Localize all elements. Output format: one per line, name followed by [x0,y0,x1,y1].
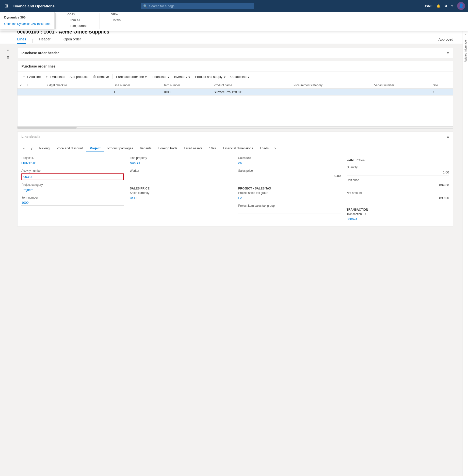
line-details-title: Line details [21,135,40,139]
unit-price-value[interactable]: 899.00 [347,183,449,188]
add-line-label: + Add line [27,75,41,79]
po-line-button[interactable]: Purchase order line ∨ [114,74,149,80]
bell-icon[interactable]: 🔔 [436,4,440,8]
col-variant-number: Variant number [372,82,431,89]
page-tab-header[interactable]: Header [39,37,50,44]
project-category-value[interactable]: ProjItem [21,187,124,193]
line-property-value[interactable]: NonBill [130,161,232,166]
trash-icon: 🗑 [93,75,96,79]
inventory-button[interactable]: Inventory ∨ [172,74,193,80]
sales-unit-field: Sales unit ea [238,156,341,166]
scrollbar-thumb[interactable] [17,127,77,129]
sales-currency-value[interactable]: USD [130,196,232,201]
from-journal-item[interactable]: From journal [67,23,87,28]
rd-section-view: VIEW Totals [111,13,122,29]
line-property-label: Line property [130,156,232,160]
page-tab-lines[interactable]: Lines [17,37,26,44]
ld-tab-foreign-trade[interactable]: Foreign trade [155,145,181,152]
help-icon[interactable]: ? [451,4,453,8]
add-line-button[interactable]: ＋ + Add line [20,73,43,80]
net-amount-field: Net amount 899.00 [347,191,449,201]
page-tab-sep-1: | [32,38,33,43]
sales-price-value[interactable]: 0.00 [238,173,341,179]
table-row[interactable]: 1 1000 Surface Pro 128 GB 1 [17,89,453,96]
more-button[interactable]: ··· [252,74,259,80]
page-tab-open-order[interactable]: Open order [64,37,81,44]
net-amount-value[interactable]: 899.00 [347,196,449,201]
ld-tab-y[interactable]: y [27,145,36,152]
cell-item-number: 1000 [161,89,212,96]
ld-tab-project[interactable]: Project [86,145,104,152]
item-number-value[interactable]: 1000 [21,200,124,206]
search-bar[interactable]: 🔍 [141,3,254,9]
ld-tab-variants[interactable]: Variants [137,145,155,152]
dynamics-task-pane-item[interactable]: Open the Dynamics 365 Task Pane [0,21,54,27]
item-number-label: Item number [21,196,124,199]
add-lines-button[interactable]: ＋ + Add lines [43,73,67,80]
line-details-chevron-up: ∧ [447,135,449,138]
financials-button[interactable]: Financials ∨ [150,74,172,80]
update-line-button[interactable]: Update line ∨ [228,74,252,80]
ld-tab-prev[interactable]: ＜ [21,145,27,152]
ld-tab-financial-dimensions[interactable]: Financial dimensions [220,145,257,152]
project-id-label: Project ID [21,156,124,160]
sales-currency-field: Sales currency USD [130,191,232,201]
ld-tab-picking[interactable]: Picking [36,145,53,152]
ld-tab-loads[interactable]: Loads [257,145,272,152]
ld-tab-price-discount[interactable]: Price and discount [53,145,86,152]
copy-section-title: COPY [67,13,87,16]
line-details-header[interactable]: Line details ∧ [17,132,453,142]
right-panel-chevron[interactable]: ＜ [464,33,467,37]
col-site: Site [431,82,453,89]
ld-tab-next[interactable]: ＞ [272,145,278,152]
activity-number-input[interactable] [23,175,122,179]
po-table-body: 1 1000 Surface Pro 128 GB 1 [17,89,453,96]
project-item-sales-tax-group-value[interactable] [238,208,341,214]
worker-value[interactable] [130,173,232,179]
po-header-section-header[interactable]: Purchase order header ∨ [17,48,453,58]
sales-unit-value[interactable]: ea [238,161,341,166]
project-category-label: Project category [21,183,124,187]
net-amount-label: Net amount [347,191,449,195]
menu-icon[interactable]: ☰ [6,56,10,60]
search-input[interactable] [149,4,252,8]
product-and-supply-button[interactable]: Product and supply ∨ [193,74,228,80]
settings-icon[interactable]: ⚙ [444,4,447,8]
update-line-label: Update line [230,75,247,79]
quantity-value[interactable]: 1.00 [347,170,449,175]
cell-variant [372,89,431,96]
transaction-id-label: Transaction ID [347,212,449,216]
ld-tab-product-packages[interactable]: Product packages [104,145,136,152]
add-products-button[interactable]: Add products [67,74,90,80]
ld-tab-fixed-assets[interactable]: Fixed assets [181,145,206,152]
project-id-value[interactable]: 000212-01 [21,161,124,166]
unit-price-field: Unit price 899.00 [347,178,449,188]
remove-label: Remove [97,75,109,79]
po-lines-section-header[interactable]: Purchase order lines [17,61,453,71]
related-information-label[interactable]: Related information [464,39,467,62]
line-details-content: ＜ y Picking Price and discount Project P… [17,142,453,226]
right-panel: ＜ Related information [463,23,468,233]
avatar[interactable]: 👤 [457,2,465,10]
sales-unit-label: Sales unit [238,156,341,160]
cell-t [24,89,44,96]
filter-icon[interactable]: ▽ [7,48,9,52]
transaction-id-value[interactable]: 000674 [347,217,449,222]
ld-tab-1099[interactable]: 1099 [206,145,220,152]
cost-price-title: COST PRICE [347,158,449,162]
col-procurement-category: Procurement category [291,82,372,89]
project-sales-tax-group-value[interactable]: PA [238,196,341,201]
line-details-tabs: ＜ y Picking Price and discount Project P… [21,145,449,152]
waffle-icon[interactable]: ⊞ [3,2,10,10]
view-section-title: VIEW [111,13,122,16]
col-product-name: Product name [212,82,291,89]
po-toolbar: ＋ + Add line ＋ + Add lines Add products … [17,71,453,82]
horizontal-scrollbar[interactable] [17,126,453,128]
project-sales-tax-section: PROJECT - SALES TAX Project sales tax gr… [238,185,341,214]
from-all-item[interactable]: From all [67,18,87,22]
po-table-head: ✓ T... Budget check re... Line number It… [17,82,453,89]
totals-item[interactable]: Totals [111,18,122,22]
filter-sidebar: ▽ ☰ [4,48,12,60]
remove-button[interactable]: 🗑 Remove [91,74,111,80]
activity-number-box [21,173,124,180]
